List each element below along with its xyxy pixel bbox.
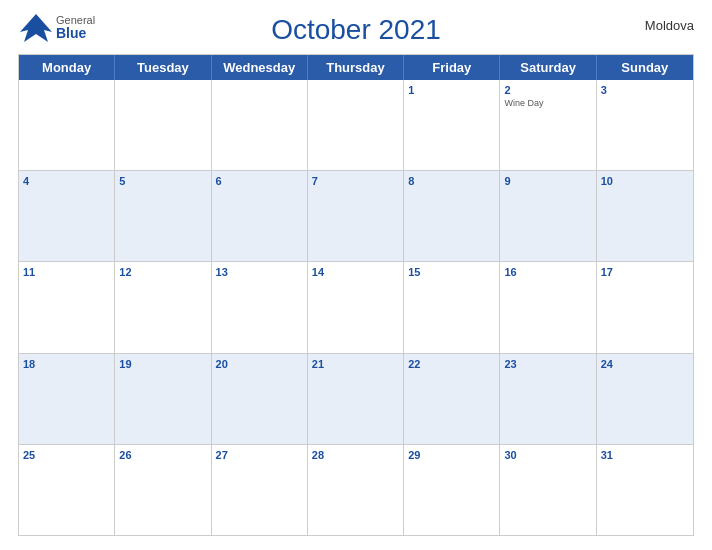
day-headers-row: MondayTuesdayWednesdayThursdayFridaySatu… [19, 55, 693, 80]
day-number: 20 [216, 357, 303, 371]
day-cell: 15 [404, 262, 500, 352]
day-header-saturday: Saturday [500, 55, 596, 80]
day-header-monday: Monday [19, 55, 115, 80]
day-header-wednesday: Wednesday [212, 55, 308, 80]
day-number: 22 [408, 357, 495, 371]
day-number: 9 [504, 174, 591, 188]
logo-blue-text: Blue [56, 26, 95, 41]
logo-bird-icon [18, 10, 54, 46]
day-number: 15 [408, 265, 495, 279]
day-cell: 17 [597, 262, 693, 352]
week-row-1: 12Wine Day3 [19, 80, 693, 170]
day-number: 8 [408, 174, 495, 188]
day-number: 13 [216, 265, 303, 279]
day-cell: 21 [308, 354, 404, 444]
day-number: 7 [312, 174, 399, 188]
day-cell: 10 [597, 171, 693, 261]
week-row-3: 11121314151617 [19, 261, 693, 352]
day-cell [19, 80, 115, 170]
day-number: 4 [23, 174, 110, 188]
day-cell [115, 80, 211, 170]
week-row-2: 45678910 [19, 170, 693, 261]
day-cell: 7 [308, 171, 404, 261]
day-cell: 24 [597, 354, 693, 444]
day-header-tuesday: Tuesday [115, 55, 211, 80]
week-row-4: 18192021222324 [19, 353, 693, 444]
day-cell: 29 [404, 445, 500, 535]
day-number: 26 [119, 448, 206, 462]
calendar-grid: MondayTuesdayWednesdayThursdayFridaySatu… [18, 54, 694, 536]
day-cell: 25 [19, 445, 115, 535]
day-cell: 20 [212, 354, 308, 444]
day-header-thursday: Thursday [308, 55, 404, 80]
day-cell: 14 [308, 262, 404, 352]
day-number: 11 [23, 265, 110, 279]
day-number: 14 [312, 265, 399, 279]
calendar-title: October 2021 [271, 14, 441, 46]
day-number: 28 [312, 448, 399, 462]
day-number: 18 [23, 357, 110, 371]
day-number: 6 [216, 174, 303, 188]
day-number: 25 [23, 448, 110, 462]
country-label: Moldova [645, 18, 694, 33]
day-number: 1 [408, 83, 495, 97]
day-number: 30 [504, 448, 591, 462]
day-number: 17 [601, 265, 689, 279]
calendar-container: General Blue October 2021 Moldova Monday… [0, 0, 712, 550]
day-cell: 22 [404, 354, 500, 444]
day-number: 3 [601, 83, 689, 97]
day-number: 5 [119, 174, 206, 188]
day-number: 19 [119, 357, 206, 371]
day-cell: 12 [115, 262, 211, 352]
day-number: 10 [601, 174, 689, 188]
day-number: 27 [216, 448, 303, 462]
day-number: 12 [119, 265, 206, 279]
day-cell: 31 [597, 445, 693, 535]
day-number: 31 [601, 448, 689, 462]
day-number: 29 [408, 448, 495, 462]
day-cell: 2Wine Day [500, 80, 596, 170]
day-cell: 11 [19, 262, 115, 352]
day-header-sunday: Sunday [597, 55, 693, 80]
day-number: 24 [601, 357, 689, 371]
day-cell [212, 80, 308, 170]
day-cell: 5 [115, 171, 211, 261]
day-cell: 16 [500, 262, 596, 352]
day-cell: 26 [115, 445, 211, 535]
calendar-header: General Blue October 2021 Moldova [18, 10, 694, 46]
day-cell: 13 [212, 262, 308, 352]
day-cell: 9 [500, 171, 596, 261]
day-cell: 28 [308, 445, 404, 535]
day-cell: 8 [404, 171, 500, 261]
day-number: 23 [504, 357, 591, 371]
week-row-5: 25262728293031 [19, 444, 693, 535]
day-cell: 6 [212, 171, 308, 261]
day-cell: 3 [597, 80, 693, 170]
weeks-container: 12Wine Day345678910111213141516171819202… [19, 80, 693, 535]
day-cell: 18 [19, 354, 115, 444]
svg-marker-0 [20, 14, 52, 42]
logo: General Blue [18, 10, 95, 46]
holiday-text: Wine Day [504, 98, 591, 109]
day-cell: 30 [500, 445, 596, 535]
day-number: 21 [312, 357, 399, 371]
day-cell: 4 [19, 171, 115, 261]
day-cell [308, 80, 404, 170]
day-cell: 23 [500, 354, 596, 444]
day-cell: 27 [212, 445, 308, 535]
day-cell: 1 [404, 80, 500, 170]
day-cell: 19 [115, 354, 211, 444]
day-number: 16 [504, 265, 591, 279]
day-number: 2 [504, 83, 591, 97]
day-header-friday: Friday [404, 55, 500, 80]
